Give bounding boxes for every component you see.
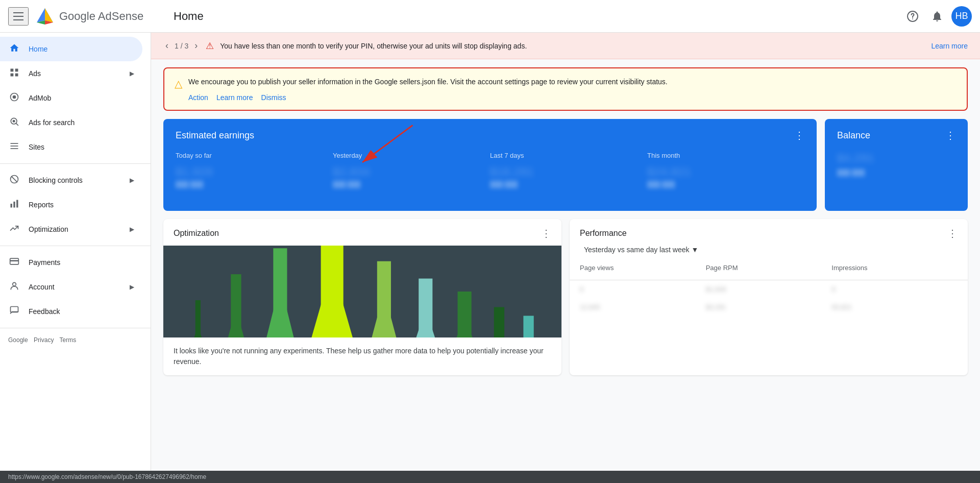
main-layout: Home Ads ▶ AdMob Ads for search — [0, 33, 980, 471]
svg-rect-20 — [10, 260, 19, 261]
perf-filter-row: Yesterday vs same day last week ▼ — [570, 239, 968, 256]
svg-point-21 — [13, 282, 16, 286]
perf-cell-pageviews-2: 12,845 — [580, 298, 706, 316]
sidebar-item-payments[interactable]: Payments — [0, 250, 142, 275]
account-icon — [8, 281, 20, 294]
blocking-icon — [8, 174, 20, 187]
expand-icon-ads: ▶ — [130, 70, 134, 77]
earnings-card-menu[interactable]: ⋮ — [794, 129, 804, 141]
sidebar-item-ads-label: Ads — [29, 69, 41, 78]
sidebar-item-reports-label: Reports — [29, 201, 54, 209]
sidebar-divider-3 — [0, 328, 151, 328]
main-content: ‹ 1 / 3 › ⚠ You have less than one month… — [151, 33, 980, 471]
perf-filter-label: Yesterday vs same day last week — [584, 246, 689, 254]
sidebar-item-blocking-label: Blocking controls — [29, 176, 83, 184]
svg-rect-4 — [11, 73, 14, 76]
sidebar-item-home-label: Home — [29, 45, 47, 53]
sidebar-item-admob[interactable]: AdMob — [0, 86, 142, 110]
earnings-card-title: Estimated earnings — [176, 130, 254, 141]
bottom-row: Optimization ⋮ — [151, 219, 980, 383]
help-button[interactable] — [902, 6, 923, 27]
warning-dismiss-button[interactable]: Dismiss — [261, 93, 286, 102]
perf-column-headers: Page views Page RPM Impressions — [570, 256, 968, 280]
svg-rect-29 — [231, 274, 241, 337]
footer-terms-link[interactable]: Terms — [60, 336, 77, 344]
sidebar-footer: Google Privacy Terms — [0, 332, 151, 348]
warning-action-button[interactable]: Action — [188, 93, 208, 102]
sidebar-item-ads-for-search[interactable]: Ads for search — [0, 110, 142, 135]
notification-nav: ‹ 1 / 3 › — [163, 38, 200, 53]
perf-col-impressions: Impressions — [831, 260, 958, 276]
sidebar-item-blocking-controls[interactable]: Blocking controls ▶ — [0, 168, 142, 192]
cards-row: Estimated earnings ⋮ Today so far $1,929… — [151, 119, 980, 219]
sidebar-item-account-label: Account — [29, 283, 55, 291]
avatar[interactable]: HB — [951, 6, 972, 27]
perf-cell-pagerpm-1: $1,928 — [706, 280, 832, 298]
opt-card-header: Optimization ⋮ — [163, 219, 561, 239]
svg-point-9 — [13, 119, 15, 122]
footer-privacy-link[interactable]: Privacy — [34, 336, 54, 344]
sidebar: Home Ads ▶ AdMob Ads for search — [0, 33, 151, 471]
perf-row-2: 12,845 $3,291 93,821 — [570, 298, 968, 316]
expand-icon-blocking: ▶ — [130, 177, 134, 184]
perf-card-title: Performance — [580, 229, 627, 238]
warning-text: We encourage you to publish your seller … — [188, 77, 668, 87]
warning-triangle-icon: △ — [175, 78, 182, 90]
opt-card-menu[interactable]: ⋮ — [541, 227, 551, 239]
footer-google-link[interactable]: Google — [8, 336, 28, 344]
earnings-col-yesterday: Yesterday $2,834 ███ ███ — [333, 152, 490, 188]
sidebar-item-admob-label: AdMob — [29, 94, 51, 102]
sidebar-item-home[interactable]: Home — [0, 37, 142, 61]
perf-row-1: 8 $1,928 9 — [570, 280, 968, 298]
notifications-button[interactable] — [927, 6, 947, 27]
opt-card-text: It looks like you're not running any exp… — [163, 337, 561, 375]
notif-next-button[interactable]: › — [192, 38, 200, 53]
perf-cell-impressions-2: 93,821 — [831, 298, 958, 316]
earnings-cols: Today so far $1,929 ███ ███ Yesterday $2… — [176, 152, 804, 188]
perf-card-menu[interactable]: ⋮ — [947, 227, 958, 239]
svg-rect-5 — [15, 73, 18, 76]
perf-col-pagerpm: Page RPM — [706, 260, 832, 276]
warning-banner-content: △ We encourage you to publish your selle… — [175, 77, 957, 102]
home-icon — [8, 43, 20, 56]
earnings-label-yesterday: Yesterday — [333, 152, 490, 159]
reports-icon — [8, 199, 20, 211]
notification-learn-more[interactable]: Learn more — [931, 42, 968, 50]
svg-rect-13 — [11, 148, 18, 149]
svg-line-15 — [11, 176, 17, 182]
sidebar-item-feedback[interactable]: Feedback — [0, 299, 142, 324]
notif-prev-button[interactable]: ‹ — [163, 38, 170, 53]
svg-rect-35 — [377, 261, 391, 337]
optimization-image — [163, 246, 561, 337]
url-text: https://www.google.com/adsense/new/u/0/p… — [8, 473, 206, 480]
balance-card: Balance ⋮ $4,291 ███ ███ — [825, 119, 968, 211]
warning-learn-more-button[interactable]: Learn more — [216, 93, 253, 102]
svg-rect-43 — [523, 316, 533, 337]
sidebar-item-optimization[interactable]: Optimization ▶ — [0, 217, 142, 242]
balance-value: $4,291 — [837, 152, 955, 165]
earnings-value-today: $1,929 — [176, 165, 333, 179]
topbar: Google AdSense Home HB — [0, 0, 980, 33]
perf-filter-dropdown[interactable]: Yesterday vs same day last week ▼ — [580, 244, 958, 256]
balance-card-menu[interactable]: ⋮ — [945, 129, 955, 141]
svg-line-10 — [16, 123, 18, 125]
sidebar-item-ads[interactable]: Ads ▶ — [0, 61, 142, 86]
sidebar-item-sites[interactable]: Sites — [0, 135, 142, 159]
svg-point-1 — [912, 18, 913, 19]
earnings-value-yesterday: $2,834 — [333, 165, 490, 179]
perf-card-header: Performance ⋮ — [570, 219, 968, 239]
svg-rect-31 — [273, 248, 287, 337]
svg-rect-3 — [15, 68, 18, 71]
svg-rect-16 — [11, 204, 12, 208]
svg-rect-2 — [11, 68, 14, 71]
earnings-card: Estimated earnings ⋮ Today so far $1,929… — [163, 119, 817, 211]
balance-sub: ███ ███ — [837, 169, 955, 176]
optimization-card: Optimization ⋮ — [163, 219, 561, 375]
expand-icon-account: ▶ — [130, 283, 134, 291]
menu-button[interactable] — [8, 7, 29, 26]
svg-rect-33 — [321, 246, 344, 337]
notification-text: You have less than one month to verify y… — [220, 42, 925, 50]
sidebar-item-reports[interactable]: Reports — [0, 192, 142, 217]
sidebar-item-account[interactable]: Account ▶ — [0, 275, 142, 299]
perf-cell-pagerpm-2: $3,291 — [706, 298, 832, 316]
